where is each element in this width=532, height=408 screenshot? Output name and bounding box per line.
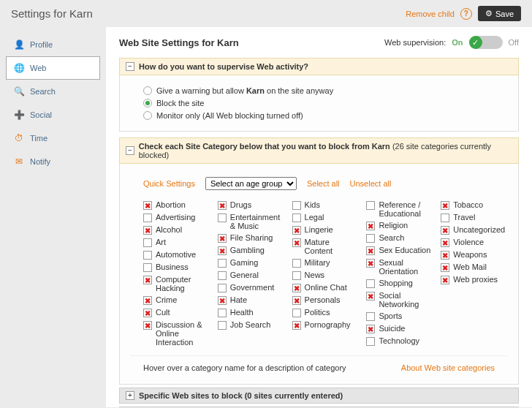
checkbox-icon[interactable] (366, 292, 375, 301)
help-icon[interactable]: ? (460, 8, 472, 20)
sidebar-item-social[interactable]: ➕Social (6, 103, 100, 126)
sidebar-item-time[interactable]: ⏱Time (6, 126, 100, 150)
unselect-all-link[interactable]: Unselect all (350, 179, 392, 188)
checkbox-icon[interactable] (366, 259, 375, 268)
supervise-option[interactable]: Block the site (130, 99, 508, 107)
category-item[interactable]: Military (292, 258, 360, 268)
category-item[interactable]: Search (366, 233, 433, 243)
checkbox-icon[interactable] (143, 238, 152, 247)
category-item[interactable]: Abortion (143, 200, 210, 210)
save-button[interactable]: Save (478, 6, 521, 21)
checkbox-icon[interactable] (143, 276, 152, 284)
category-item[interactable]: Suicide (366, 324, 433, 333)
checkbox-icon[interactable] (218, 234, 227, 243)
category-item[interactable]: Cult (143, 308, 210, 317)
checkbox-icon[interactable] (143, 226, 152, 235)
category-item[interactable]: Entertainment & Music (218, 213, 285, 230)
about-categories-link[interactable]: About Web site categories (401, 363, 495, 372)
category-item[interactable]: Gambling (218, 246, 285, 255)
category-item[interactable]: Social Networking (366, 291, 433, 309)
category-item[interactable]: Alcohol (143, 225, 210, 235)
checkbox-icon[interactable] (441, 201, 449, 210)
category-item[interactable]: Crime (143, 295, 210, 305)
category-item[interactable]: Discussion & Online Interaction (143, 320, 210, 347)
checkbox-icon[interactable] (292, 309, 301, 317)
category-item[interactable]: Travel (441, 213, 508, 222)
category-item[interactable]: Kids (292, 200, 360, 210)
checkbox-icon[interactable] (441, 238, 449, 247)
category-item[interactable]: Tobacco (441, 200, 508, 210)
collapse-icon[interactable]: − (126, 62, 134, 71)
checkbox-icon[interactable] (441, 263, 449, 272)
checkbox-icon[interactable] (292, 214, 301, 222)
category-item[interactable]: Shopping (366, 279, 433, 288)
category-item[interactable]: Mature Content (292, 238, 360, 255)
select-all-link[interactable]: Select all (307, 179, 340, 188)
checkbox-icon[interactable] (292, 201, 301, 210)
checkbox-icon[interactable] (441, 226, 449, 235)
checkbox-icon[interactable] (292, 296, 301, 305)
checkbox-icon[interactable] (366, 279, 375, 288)
sidebar-item-web[interactable]: 🌐Web (6, 56, 100, 80)
category-item[interactable]: Technology (366, 336, 433, 346)
category-item[interactable]: Legal (292, 213, 360, 222)
category-item[interactable]: General (218, 271, 285, 280)
checkbox-icon[interactable] (366, 201, 375, 210)
checkbox-icon[interactable] (218, 284, 227, 292)
checkbox-icon[interactable] (218, 259, 227, 268)
category-item[interactable]: Uncategorized (441, 225, 508, 235)
radio-icon[interactable] (143, 86, 152, 95)
category-item[interactable]: Web proxies (441, 275, 508, 284)
checkbox-icon[interactable] (218, 296, 227, 305)
category-item[interactable]: Government (218, 283, 285, 292)
checkbox-icon[interactable] (441, 251, 449, 260)
checkbox-icon[interactable] (366, 325, 375, 333)
category-item[interactable]: Sexual Orientation (366, 258, 433, 276)
checkbox-icon[interactable] (143, 263, 152, 272)
checkbox-icon[interactable] (218, 214, 227, 222)
remove-child-link[interactable]: Remove child (406, 10, 455, 18)
checkbox-icon[interactable] (218, 321, 227, 330)
radio-icon[interactable] (143, 111, 152, 120)
category-item[interactable]: Lingerie (292, 225, 360, 235)
category-item[interactable]: Pornography (292, 320, 360, 330)
category-item[interactable]: Advertising (143, 213, 210, 222)
sidebar-item-profile[interactable]: 👤Profile (6, 33, 100, 56)
category-item[interactable]: Computer Hacking (143, 275, 210, 292)
category-item[interactable]: Reference / Educational (366, 200, 433, 218)
checkbox-icon[interactable] (143, 296, 152, 305)
checkbox-icon[interactable] (292, 259, 301, 268)
collapse-icon[interactable]: − (126, 146, 134, 155)
category-item[interactable]: Job Search (218, 320, 285, 330)
category-item[interactable]: Web Mail (441, 262, 508, 272)
checkbox-icon[interactable] (218, 201, 227, 210)
category-item[interactable]: Politics (292, 308, 360, 317)
category-item[interactable]: Health (218, 308, 285, 317)
category-item[interactable]: Personals (292, 295, 360, 305)
checkbox-icon[interactable] (143, 309, 152, 317)
checkbox-icon[interactable] (441, 214, 449, 222)
checkbox-icon[interactable] (143, 251, 152, 260)
category-item[interactable]: Religion (366, 221, 433, 230)
sidebar-item-search[interactable]: 🔍Search (6, 80, 100, 103)
supervision-toggle[interactable]: ✓ (469, 36, 503, 49)
checkbox-icon[interactable] (218, 271, 227, 280)
checkbox-icon[interactable] (143, 321, 152, 330)
section-block-sites-header[interactable]: + Specific Web sites to block (0 sites c… (119, 388, 519, 404)
category-item[interactable]: Sports (366, 311, 433, 321)
checkbox-icon[interactable] (366, 312, 375, 321)
category-item[interactable]: File Sharing (218, 233, 285, 243)
checkbox-icon[interactable] (292, 226, 301, 235)
age-group-select[interactable]: Select an age group (205, 177, 297, 190)
category-item[interactable]: News (292, 271, 360, 280)
checkbox-icon[interactable] (292, 238, 301, 247)
category-item[interactable]: Violence (441, 238, 508, 247)
expand-icon[interactable]: + (126, 391, 134, 400)
checkbox-icon[interactable] (292, 271, 301, 280)
checkbox-icon[interactable] (366, 222, 375, 230)
category-item[interactable]: Hate (218, 295, 285, 305)
checkbox-icon[interactable] (366, 246, 375, 255)
checkbox-icon[interactable] (218, 309, 227, 317)
radio-icon[interactable] (143, 99, 152, 107)
section-allow-sites-header[interactable]: + Specific Web sites to allow (3 sites c… (119, 407, 519, 407)
